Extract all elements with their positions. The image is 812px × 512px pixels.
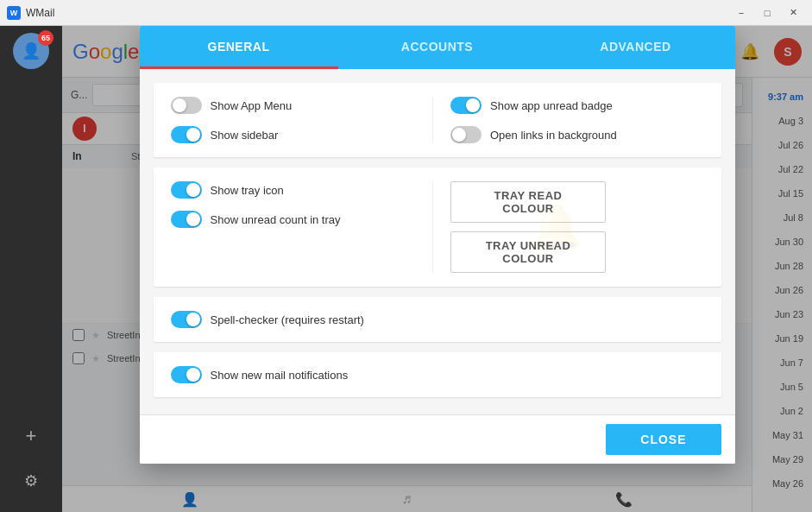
open-links-bg-toggle[interactable]	[450, 126, 482, 143]
dialog-overlay: GENERAL ACCOUNTS ADVANCED	[62, 26, 812, 512]
show-app-menu-label: Show App Menu	[211, 99, 293, 112]
spellcheck-label: Spell-checker (requires restart)	[211, 313, 364, 326]
notifications-toggle[interactable]	[171, 366, 202, 383]
show-tray-icon-item: Show tray icon	[171, 181, 425, 199]
open-links-bg-label: Open links in background	[490, 129, 617, 142]
add-account-button[interactable]: +	[16, 420, 47, 452]
show-app-menu-toggle[interactable]	[171, 97, 202, 114]
open-links-bg-item: Open links in background	[450, 126, 704, 143]
right-panel: Google 🔍 ⋮⋮ 🔔 S	[62, 26, 812, 512]
tab-advanced[interactable]: ADVANCED	[537, 26, 735, 69]
settings-dialog: GENERAL ACCOUNTS ADVANCED	[140, 26, 735, 464]
main-content: 👤 65 + ⚙ Google 🔍	[0, 26, 812, 512]
show-sidebar-toggle[interactable]	[171, 126, 202, 143]
avatar[interactable]: 👤 65	[13, 33, 49, 69]
left-sidebar: 👤 65 + ⚙	[0, 26, 62, 512]
show-unread-badge-toggle[interactable]	[450, 97, 482, 114]
appearance-section: Show App Menu Show sidebar	[154, 83, 721, 157]
spellcheck-section: Spell-checker (requires restart)	[154, 297, 721, 342]
show-unread-count-label: Show unread count in tray	[211, 213, 341, 226]
show-sidebar-label: Show sidebar	[211, 129, 279, 142]
avatar-icon: 👤	[22, 41, 41, 60]
tray-read-colour-button[interactable]: TRAY READ COLOUR	[450, 181, 606, 223]
tray-unread-colour-button[interactable]: TRAY UNREAD COLOUR	[450, 231, 606, 273]
app-icon: W	[7, 6, 21, 20]
spellcheck-toggle[interactable]	[171, 311, 202, 328]
dialog-content: Show App Menu Show sidebar	[140, 69, 735, 414]
show-tray-icon-label: Show tray icon	[211, 184, 284, 197]
notifications-item: Show new mail notifications	[171, 366, 704, 383]
show-sidebar-item: Show sidebar	[171, 126, 425, 143]
gear-icon: ⚙	[24, 471, 38, 490]
maximize-button[interactable]: □	[755, 4, 779, 22]
window-title: WMail	[26, 7, 729, 19]
show-unread-badge-label: Show app unread badge	[490, 99, 613, 112]
unread-badge: 65	[38, 30, 54, 46]
window-close-button[interactable]: ✕	[781, 4, 805, 22]
settings-button[interactable]: ⚙	[16, 465, 47, 496]
show-unread-badge-item: Show app unread badge	[450, 97, 704, 114]
close-dialog-button[interactable]: CLOSE	[606, 424, 721, 455]
dialog-footer: CLOSE	[140, 414, 735, 464]
notifications-label: Show new mail notifications	[211, 369, 349, 382]
title-bar: W WMail − □ ✕	[0, 0, 812, 26]
show-app-menu-item: Show App Menu	[171, 97, 425, 114]
tab-general[interactable]: GENERAL	[140, 26, 338, 69]
show-unread-count-item: Show unread count in tray	[171, 211, 425, 228]
spellcheck-item: Spell-checker (requires restart)	[171, 311, 704, 328]
dialog-tabs: GENERAL ACCOUNTS ADVANCED	[140, 26, 735, 69]
notifications-section: Show new mail notifications	[154, 352, 721, 397]
tray-section: Show tray icon Show unread count in tray	[154, 168, 721, 287]
show-unread-count-toggle[interactable]	[171, 211, 202, 228]
show-tray-icon-toggle[interactable]	[171, 181, 202, 199]
sidebar-bottom: + ⚙	[16, 420, 47, 512]
window-controls: − □ ✕	[729, 4, 805, 22]
tab-accounts[interactable]: ACCOUNTS	[338, 26, 537, 69]
minimize-button[interactable]: −	[729, 4, 753, 22]
add-icon: +	[26, 425, 37, 447]
